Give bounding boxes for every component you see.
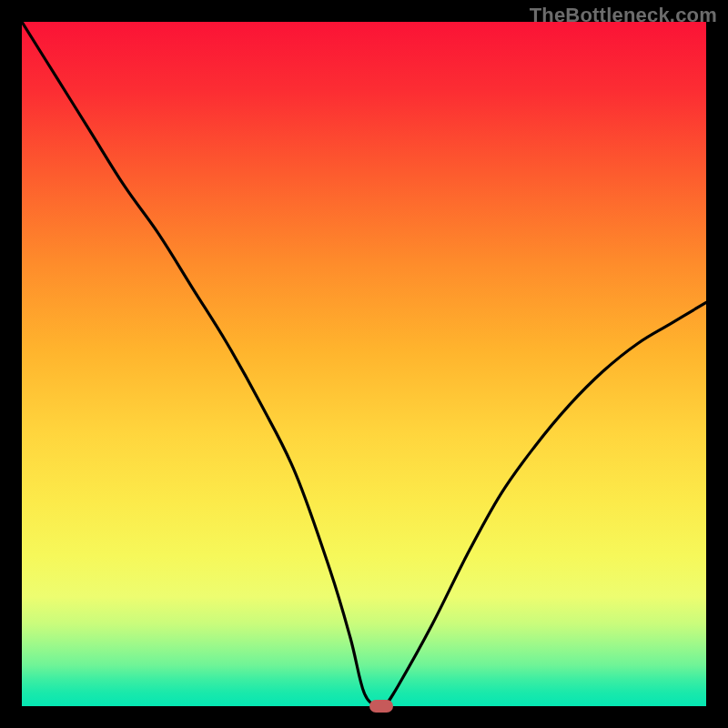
bottleneck-curve: [22, 22, 706, 706]
chart-frame: TheBottleneck.com: [0, 0, 728, 728]
plot-area: [22, 22, 706, 706]
target-marker: [369, 700, 393, 713]
